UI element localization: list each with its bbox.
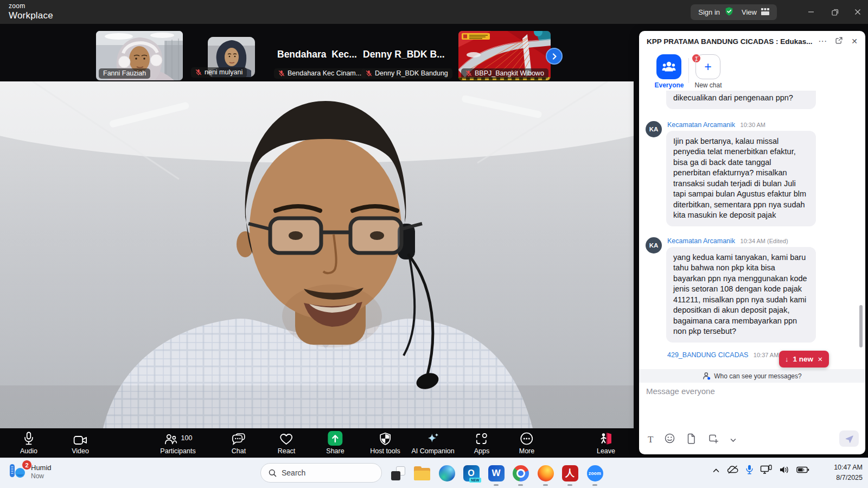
pop-out-icon[interactable] xyxy=(835,36,843,47)
word-icon: W xyxy=(488,465,505,481)
emoji-icon[interactable] xyxy=(665,433,675,446)
sign-in-button[interactable]: Sign in xyxy=(698,7,734,18)
search-icon xyxy=(269,469,277,477)
running-indicator xyxy=(592,484,597,486)
participant-tile-fanni[interactable]: Fanni Fauziah xyxy=(96,31,183,80)
screenshot-icon[interactable] xyxy=(707,433,719,446)
message-time: 10:30 AM xyxy=(741,122,765,128)
avatar: KA xyxy=(646,121,662,137)
chrome-button[interactable] xyxy=(512,465,529,481)
shield-icon xyxy=(379,431,392,446)
edge-button[interactable] xyxy=(438,465,455,481)
participants-count: 100 xyxy=(181,434,193,442)
display-device-icon[interactable] xyxy=(760,465,772,477)
message-input[interactable]: Message everyone xyxy=(646,386,715,396)
file-explorer-button[interactable] xyxy=(413,465,430,481)
apps-button[interactable]: Apps xyxy=(474,431,490,455)
new-chat-button[interactable]: + xyxy=(695,54,720,79)
security-shield-icon xyxy=(724,7,734,18)
participants-button[interactable]: 100 Participants xyxy=(160,431,195,455)
task-view-button[interactable] xyxy=(390,465,406,481)
firefox-button[interactable] xyxy=(537,465,554,481)
zoom-app-button[interactable]: zoom xyxy=(586,465,603,481)
chat-bubble-icon xyxy=(232,431,246,446)
message-bubble: yang kedua kami tanyakan, kami baru tahu… xyxy=(666,247,816,343)
leave-button[interactable]: Leave xyxy=(597,431,615,455)
video-button[interactable]: Video xyxy=(72,431,89,455)
audio-button[interactable]: Audio xyxy=(20,431,37,455)
down-arrow-icon: ↓ xyxy=(785,355,789,363)
attach-file-icon[interactable] xyxy=(686,433,696,446)
participant-tile-denny[interactable]: Denny R_BDK B... xyxy=(363,49,445,60)
chrome-icon xyxy=(513,465,529,481)
more-button[interactable]: More xyxy=(519,431,534,455)
outlook-button[interactable]: ONEW xyxy=(463,465,480,481)
chat-scrollbar[interactable] xyxy=(859,305,863,347)
dismiss-icon[interactable]: ✕ xyxy=(818,356,823,363)
message-sender[interactable]: Kecamatan Arcamanik xyxy=(667,237,735,245)
participant-name-label: Denny R_BDK Bandung xyxy=(361,68,452,79)
taskbar-clock[interactable]: 10:47 AM 8/7/2025 xyxy=(834,462,863,483)
participant-name-label: Bendahara Kec Cinam... xyxy=(274,68,366,79)
zoom-workplace-logo: zoom Workplace xyxy=(9,3,53,20)
chat-more-icon[interactable]: ··· xyxy=(818,37,827,46)
word-button[interactable]: W xyxy=(488,465,505,481)
clock-time: 10:47 AM xyxy=(834,462,863,473)
acrobat-button[interactable]: 人 xyxy=(561,465,578,481)
main-speaker-video[interactable]: 429_BANDUNG CICADAS xyxy=(0,81,634,428)
taskbar-search[interactable]: Search xyxy=(260,463,382,483)
message-sender[interactable]: Kecamatan Arcamanik xyxy=(667,121,735,129)
group-icon xyxy=(662,60,676,74)
task-view-icon xyxy=(391,466,405,480)
edge-icon xyxy=(439,465,455,481)
restore-button[interactable] xyxy=(827,4,843,20)
system-tray xyxy=(712,465,809,477)
chat-button[interactable]: Chat xyxy=(232,431,246,455)
zoom-app-icon: zoom xyxy=(587,465,603,481)
ai-companion-button[interactable]: AI Companion xyxy=(411,431,454,455)
chevron-down-icon[interactable] xyxy=(730,435,736,445)
running-indicator xyxy=(518,484,523,486)
message-time: 10:34 AM (Edited) xyxy=(741,238,788,244)
chat-tabs: 1 Everyone + New chat xyxy=(639,52,865,91)
tab-everyone[interactable]: 1 xyxy=(656,54,681,79)
privacy-person-icon xyxy=(703,372,711,380)
send-button[interactable] xyxy=(839,430,859,447)
new-messages-button[interactable]: ↓ 1 new ✕ xyxy=(779,351,829,367)
react-button[interactable]: React xyxy=(278,431,296,455)
send-icon xyxy=(845,434,854,443)
chat-message: KA Kecamatan Arcamanik 10:34 AM (Edited)… xyxy=(646,237,857,343)
tray-chevron-icon[interactable] xyxy=(712,466,720,476)
close-window-button[interactable] xyxy=(850,4,866,20)
view-grid-icon xyxy=(761,8,769,17)
message-sender[interactable]: 429_BANDUNG CICADAS xyxy=(667,351,748,359)
chat-close-icon[interactable]: ✕ xyxy=(851,37,858,45)
muted-mic-icon xyxy=(366,70,372,77)
host-tools-button[interactable]: Host tools xyxy=(370,431,400,455)
privacy-notice[interactable]: Who can see your messages? xyxy=(639,369,865,383)
muted-mic-icon xyxy=(278,70,285,77)
strip-next-page-button[interactable] xyxy=(546,48,563,65)
acrobat-icon: 人 xyxy=(562,465,578,481)
speaker-icon[interactable] xyxy=(779,465,789,477)
chat-panel-header: KPP PRATAMA BANDUNG CICADAS : Edukas... … xyxy=(639,31,865,52)
mic-in-use-icon[interactable] xyxy=(746,465,753,477)
chat-message-list[interactable]: dikecualikan dari pengenaan ppn? KA Keca… xyxy=(639,91,865,369)
brand-zoom: zoom xyxy=(9,3,53,9)
muted-mic-icon xyxy=(195,69,202,75)
firefox-icon xyxy=(538,465,554,481)
titlebar-actions: Sign in View xyxy=(691,4,777,20)
share-button[interactable]: Share xyxy=(326,431,344,455)
battery-charging-icon[interactable] xyxy=(796,466,809,476)
minimize-button[interactable] xyxy=(803,4,819,20)
format-text-icon[interactable]: T xyxy=(648,434,653,445)
clock-date: 8/7/2025 xyxy=(834,473,863,483)
new-chat-label: New chat xyxy=(682,81,734,89)
taskbar-weather-widget[interactable]: 2 Humid Now xyxy=(9,462,52,481)
onedrive-paused-icon[interactable] xyxy=(727,465,739,476)
participant-name-label: Fanni Fauziah xyxy=(99,68,150,79)
view-button[interactable]: View xyxy=(742,8,769,17)
chat-message-partial: dikecualikan dari pengenaan ppn? xyxy=(646,91,857,109)
participant-tile-bendahara[interactable]: Bendahara Kec... xyxy=(277,49,357,60)
participant-tile-bbpj[interactable]: BBPJ_Bangkit Wibowo xyxy=(458,31,551,80)
